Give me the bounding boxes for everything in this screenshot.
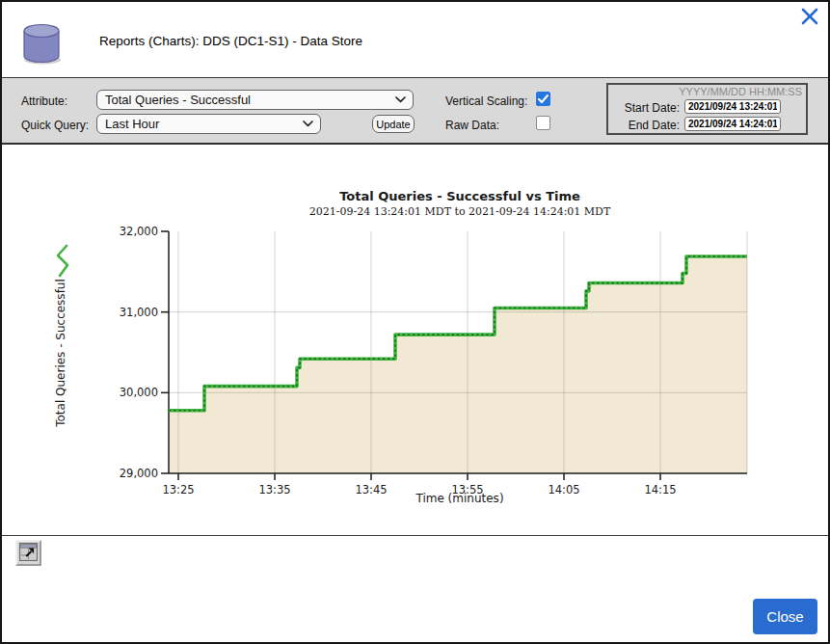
attribute-label: Attribute:	[21, 94, 67, 108]
dialog-title: Reports (Charts): DDS (DC1-S1) - Data St…	[99, 34, 362, 48]
chart-y-axis-label: Total Queries - Successful	[54, 228, 69, 478]
quick-query-label: Quick Query:	[21, 119, 89, 132]
attribute-selected-value: Total Queries - Successful	[105, 93, 251, 107]
vertical-scaling-label: Vertical Scaling:	[445, 94, 527, 108]
start-date-input[interactable]	[684, 99, 781, 114]
svg-text:30,000: 30,000	[120, 386, 158, 399]
footer-divider	[2, 535, 828, 536]
raw-data-checkbox[interactable]	[536, 116, 550, 130]
quick-query-selected-value: Last Hour	[105, 117, 159, 131]
vertical-scaling-checkbox[interactable]	[536, 92, 550, 106]
update-button[interactable]: Update	[372, 115, 415, 133]
database-cylinder-icon	[19, 21, 64, 66]
checkmark-icon	[536, 92, 550, 106]
close-x-icon	[801, 8, 818, 25]
chart-title: Total Queries - Successful vs Time	[171, 189, 749, 203]
chevron-down-icon	[303, 121, 313, 127]
chart-x-axis-label: Time (minutes)	[171, 492, 749, 505]
start-date-label: Start Date:	[612, 101, 680, 115]
svg-text:29,000: 29,000	[120, 467, 158, 480]
end-date-label: End Date:	[612, 119, 680, 132]
svg-text:31,000: 31,000	[120, 306, 158, 319]
open-report-new-window-button[interactable]	[15, 540, 41, 566]
date-format-hint: YYYY/MM/DD HH:MM:SS	[679, 86, 802, 97]
control-bar: Attribute: Total Queries - Successful Qu…	[2, 78, 828, 145]
chart-subtitle: 2021-09-24 13:24:01 MDT to 2021-09-24 14…	[171, 205, 749, 218]
attribute-select[interactable]: Total Queries - Successful	[96, 90, 414, 110]
chevron-down-icon	[395, 96, 406, 103]
dialog-close-x-button[interactable]	[798, 6, 821, 29]
end-date-input[interactable]	[684, 117, 781, 131]
close-button[interactable]: Close	[753, 599, 817, 634]
reports-chart-dialog: Reports (Charts): DDS (DC1-S1) - Data St…	[0, 0, 830, 644]
open-in-new-window-icon	[19, 543, 38, 561]
raw-data-label: Raw Data:	[445, 119, 499, 132]
quick-query-select[interactable]: Last Hour	[96, 114, 321, 134]
svg-text:32,000: 32,000	[120, 225, 158, 238]
date-range-panel: YYYY/MM/DD HH:MM:SS Start Date: End Date…	[606, 83, 808, 135]
